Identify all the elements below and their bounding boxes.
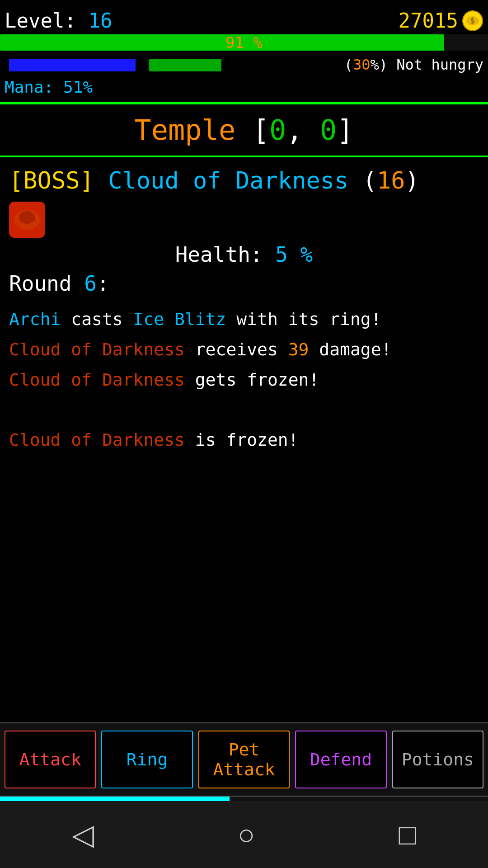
health-pct: 5 %	[275, 242, 313, 267]
hunger-pct: 30	[353, 56, 371, 73]
nav-bar: ◁ ○ □	[0, 801, 488, 868]
nav-recent-button[interactable]: □	[399, 818, 416, 851]
action-bar: Attack Ring Pet Attack Defend Potions	[0, 722, 488, 797]
location-bar: Temple [0, 0]	[0, 104, 488, 157]
battle-log: Archi casts Ice Blitz with its ring! Clo…	[9, 305, 479, 454]
pet-attack-button[interactable]: Pet Attack	[198, 731, 290, 788]
bottom-progress-bar	[0, 797, 488, 801]
bracket-close: ]	[337, 113, 353, 146]
svg-point-4	[19, 211, 35, 224]
log-enemy-2: Cloud of Darkness	[9, 370, 185, 390]
mana-suffix: %	[83, 78, 93, 96]
location-coord1: 0	[269, 113, 286, 146]
log-enemy-1: Cloud of Darkness	[9, 340, 185, 359]
defend-button[interactable]: Defend	[295, 731, 386, 788]
attack-button[interactable]: Attack	[5, 731, 96, 788]
mana-value: 51	[63, 78, 83, 96]
log-line-5: Cloud of Darkness is frozen!	[9, 425, 479, 455]
hunger-text: (30%) Not hungry	[344, 56, 483, 73]
boss-level: 16	[377, 167, 405, 194]
nav-home-button[interactable]: ○	[238, 818, 255, 851]
bars-row	[5, 59, 226, 71]
round-num: 6	[84, 271, 97, 296]
round-row: Round 6:	[9, 271, 479, 296]
xp-percent: 91 %	[225, 33, 263, 52]
svg-text:$: $	[470, 16, 475, 25]
gold-area: 27015 $	[399, 9, 483, 32]
log-line-4	[9, 395, 479, 425]
location-text: Temple [0, 0]	[134, 113, 353, 146]
level-display: Level: 16	[5, 9, 112, 32]
boss-name-text: Cloud of Darkness	[94, 167, 363, 194]
log-line-3: Cloud of Darkness gets frozen!	[9, 365, 479, 395]
location-coord2: 0	[320, 113, 337, 146]
health-row: Health: 5 %	[9, 242, 479, 267]
boss-level-close: )	[405, 167, 419, 194]
ring-button[interactable]: Ring	[101, 731, 192, 788]
gold-amount: 27015	[399, 9, 458, 32]
boss-sprite	[9, 202, 45, 238]
xp-bar: 91 %	[0, 34, 488, 51]
log-archi: Archi	[9, 309, 61, 329]
log-damage: 39	[288, 340, 309, 359]
bracket-open: [	[253, 113, 269, 146]
mana-bar	[9, 59, 136, 71]
top-bar: Level: 16 27015 $	[0, 0, 488, 34]
log-spell: Ice Blitz	[133, 309, 226, 329]
location-name: Temple	[134, 113, 252, 146]
log-enemy-3: Cloud of Darkness	[9, 430, 185, 450]
stats-row: (30%) Not hungry	[0, 53, 488, 76]
food-bar	[149, 59, 221, 71]
xp-bar-fill	[0, 34, 444, 51]
level-label: Level:	[5, 9, 88, 32]
hunger-suffix: %) Not hungry	[371, 56, 483, 73]
mana-label: Mana: 51%	[5, 78, 93, 96]
health-label: Health:	[175, 242, 276, 267]
log-line-1: Archi casts Ice Blitz with its ring!	[9, 305, 479, 334]
mana-label-row: Mana: 51%	[0, 76, 488, 98]
boss-icon	[14, 206, 41, 233]
mana-text: Mana:	[5, 78, 63, 96]
location-comma: ,	[286, 113, 320, 146]
round-colon: :	[97, 271, 109, 296]
hunger-prefix: (	[344, 56, 353, 73]
nav-back-button[interactable]: ◁	[72, 818, 94, 851]
hunger-display: (30%) Not hungry	[344, 56, 483, 73]
bottom-progress-fill	[0, 797, 230, 801]
log-line-2: Cloud of Darkness receives 39 damage!	[9, 335, 479, 364]
potions-button[interactable]: Potions	[392, 731, 483, 788]
battle-area: [BOSS] Cloud of Darkness (16) Health: 5 …	[0, 157, 488, 464]
boss-name: [BOSS] Cloud of Darkness (16)	[9, 166, 479, 194]
boss-level-open: (	[363, 167, 377, 194]
level-value: 16	[88, 9, 112, 32]
round-label: Round	[9, 271, 84, 296]
gold-icon: $	[462, 10, 483, 32]
boss-tag: [BOSS]	[9, 167, 94, 194]
